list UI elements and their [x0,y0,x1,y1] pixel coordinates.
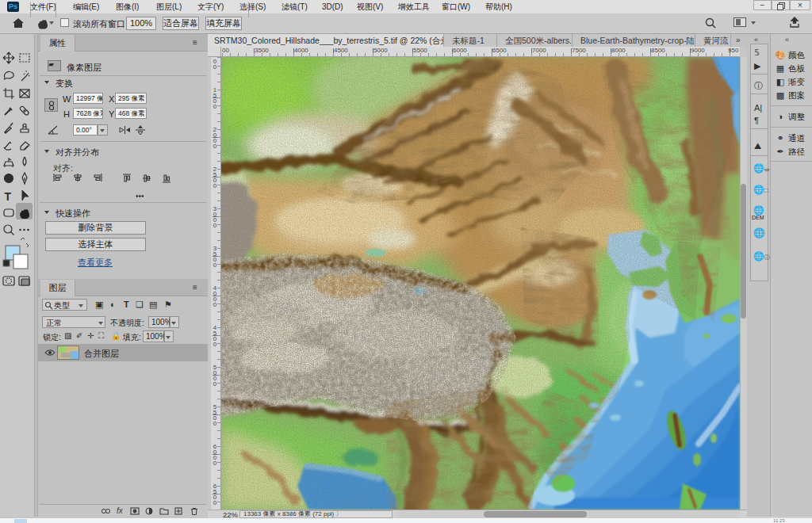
svg-text:T: T [5,190,12,203]
